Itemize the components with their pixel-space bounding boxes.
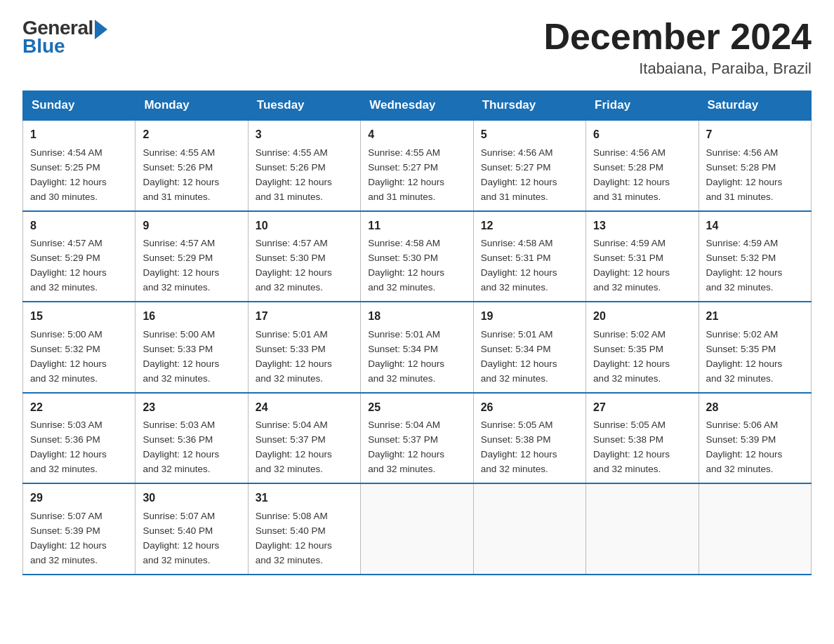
calendar-cell: 6Sunrise: 4:56 AMSunset: 5:28 PMDaylight…	[586, 120, 699, 210]
day-number: 20	[593, 308, 691, 326]
calendar-cell: 19Sunrise: 5:01 AMSunset: 5:34 PMDayligh…	[473, 302, 585, 392]
calendar-cell: 5Sunrise: 4:56 AMSunset: 5:27 PMDaylight…	[473, 120, 585, 210]
calendar-cell: 9Sunrise: 4:57 AMSunset: 5:29 PMDaylight…	[135, 211, 248, 302]
day-number: 23	[143, 399, 240, 417]
day-number: 21	[706, 308, 804, 326]
day-number: 14	[706, 217, 804, 235]
day-number: 28	[706, 399, 804, 417]
day-header-tuesday: Tuesday	[248, 91, 360, 121]
day-number: 19	[481, 308, 578, 326]
calendar-cell: 31Sunrise: 5:08 AMSunset: 5:40 PMDayligh…	[248, 483, 360, 574]
calendar-cell: 23Sunrise: 5:03 AMSunset: 5:36 PMDayligh…	[135, 393, 248, 483]
calendar-cell: 7Sunrise: 4:56 AMSunset: 5:28 PMDaylight…	[699, 120, 811, 210]
day-number: 22	[30, 399, 128, 417]
calendar-cell: 21Sunrise: 5:02 AMSunset: 5:35 PMDayligh…	[699, 302, 811, 392]
calendar-cell: 11Sunrise: 4:58 AMSunset: 5:30 PMDayligh…	[361, 211, 473, 302]
calendar-cell: 27Sunrise: 5:05 AMSunset: 5:38 PMDayligh…	[586, 393, 699, 483]
location-text: Itabaiana, Paraiba, Brazil	[543, 60, 812, 78]
calendar-cell: 4Sunrise: 4:55 AMSunset: 5:27 PMDaylight…	[361, 120, 473, 210]
day-number: 13	[593, 217, 691, 235]
day-number: 15	[30, 308, 128, 326]
day-number: 25	[368, 399, 465, 417]
day-number: 7	[706, 126, 804, 144]
day-header-saturday: Saturday	[699, 91, 811, 121]
logo-blue-text: Blue	[22, 35, 65, 58]
calendar-cell: 24Sunrise: 5:04 AMSunset: 5:37 PMDayligh…	[248, 393, 360, 483]
day-number: 10	[256, 217, 353, 235]
day-number: 30	[143, 490, 240, 507]
calendar-cell: 3Sunrise: 4:55 AMSunset: 5:26 PMDaylight…	[248, 120, 360, 210]
day-number: 24	[256, 399, 353, 417]
calendar-cell	[473, 483, 585, 574]
calendar-week-row: 22Sunrise: 5:03 AMSunset: 5:36 PMDayligh…	[23, 393, 812, 483]
day-number: 31	[256, 490, 353, 507]
calendar-cell: 26Sunrise: 5:05 AMSunset: 5:38 PMDayligh…	[473, 393, 585, 483]
calendar-cell: 2Sunrise: 4:55 AMSunset: 5:26 PMDaylight…	[135, 120, 248, 210]
calendar-table: SundayMondayTuesdayWednesdayThursdayFrid…	[22, 90, 812, 575]
day-number: 12	[481, 217, 578, 235]
day-number: 17	[256, 308, 353, 326]
calendar-cell: 8Sunrise: 4:57 AMSunset: 5:29 PMDaylight…	[23, 211, 135, 302]
day-number: 2	[143, 126, 240, 144]
logo: General Blue	[22, 17, 107, 58]
day-number: 9	[143, 217, 240, 235]
calendar-cell: 25Sunrise: 5:04 AMSunset: 5:37 PMDayligh…	[361, 393, 473, 483]
day-number: 5	[481, 126, 578, 144]
calendar-cell: 12Sunrise: 4:58 AMSunset: 5:31 PMDayligh…	[473, 211, 585, 302]
page-header: General Blue December 2024 Itabaiana, Pa…	[22, 17, 812, 78]
day-header-friday: Friday	[586, 91, 699, 121]
calendar-cell: 14Sunrise: 4:59 AMSunset: 5:32 PMDayligh…	[699, 211, 811, 302]
day-number: 29	[30, 490, 128, 507]
calendar-cell: 15Sunrise: 5:00 AMSunset: 5:32 PMDayligh…	[23, 302, 135, 392]
calendar-cell: 10Sunrise: 4:57 AMSunset: 5:30 PMDayligh…	[248, 211, 360, 302]
day-number: 1	[30, 126, 128, 144]
calendar-cell: 1Sunrise: 4:54 AMSunset: 5:25 PMDaylight…	[23, 120, 135, 210]
day-number: 11	[368, 217, 465, 235]
day-number: 8	[30, 217, 128, 235]
day-header-wednesday: Wednesday	[361, 91, 473, 121]
day-header-thursday: Thursday	[473, 91, 585, 121]
calendar-cell: 13Sunrise: 4:59 AMSunset: 5:31 PMDayligh…	[586, 211, 699, 302]
calendar-week-row: 1Sunrise: 4:54 AMSunset: 5:25 PMDaylight…	[23, 120, 812, 210]
calendar-cell: 17Sunrise: 5:01 AMSunset: 5:33 PMDayligh…	[248, 302, 360, 392]
calendar-cell: 29Sunrise: 5:07 AMSunset: 5:39 PMDayligh…	[23, 483, 135, 574]
calendar-week-row: 15Sunrise: 5:00 AMSunset: 5:32 PMDayligh…	[23, 302, 812, 392]
day-number: 6	[593, 126, 691, 144]
day-header-monday: Monday	[135, 91, 248, 121]
day-number: 3	[256, 126, 353, 144]
month-title: December 2024	[543, 17, 812, 57]
calendar-cell	[699, 483, 811, 574]
logo-arrow-icon	[95, 20, 107, 39]
calendar-cell	[586, 483, 699, 574]
calendar-cell: 18Sunrise: 5:01 AMSunset: 5:34 PMDayligh…	[361, 302, 473, 392]
day-header-sunday: Sunday	[23, 91, 135, 121]
day-number: 16	[143, 308, 240, 326]
day-number: 4	[368, 126, 465, 144]
day-number: 18	[368, 308, 465, 326]
calendar-header-row: SundayMondayTuesdayWednesdayThursdayFrid…	[23, 91, 812, 121]
calendar-week-row: 8Sunrise: 4:57 AMSunset: 5:29 PMDaylight…	[23, 211, 812, 302]
calendar-cell: 16Sunrise: 5:00 AMSunset: 5:33 PMDayligh…	[135, 302, 248, 392]
title-block: December 2024 Itabaiana, Paraiba, Brazil	[543, 17, 812, 78]
calendar-cell: 30Sunrise: 5:07 AMSunset: 5:40 PMDayligh…	[135, 483, 248, 574]
calendar-cell	[361, 483, 473, 574]
day-number: 26	[481, 399, 578, 417]
day-number: 27	[593, 399, 691, 417]
calendar-week-row: 29Sunrise: 5:07 AMSunset: 5:39 PMDayligh…	[23, 483, 812, 574]
calendar-cell: 20Sunrise: 5:02 AMSunset: 5:35 PMDayligh…	[586, 302, 699, 392]
calendar-cell: 28Sunrise: 5:06 AMSunset: 5:39 PMDayligh…	[699, 393, 811, 483]
calendar-cell: 22Sunrise: 5:03 AMSunset: 5:36 PMDayligh…	[23, 393, 135, 483]
